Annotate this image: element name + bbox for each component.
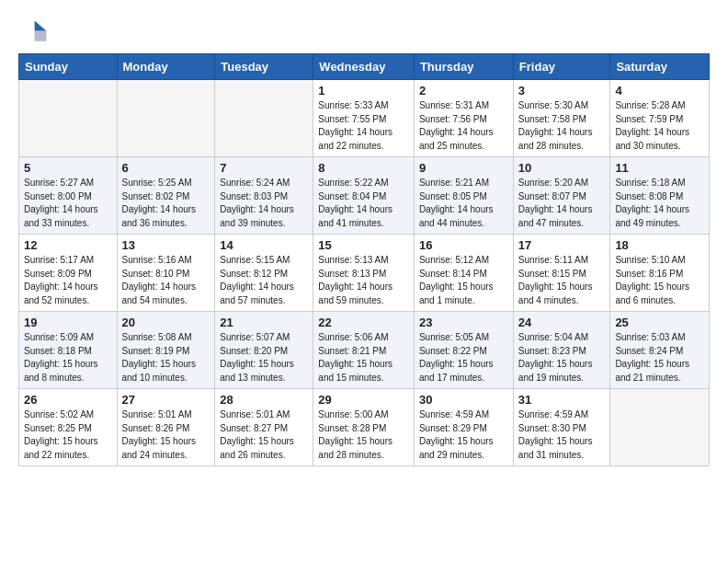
day-number: 6: [122, 161, 210, 175]
day-number: 31: [518, 393, 606, 407]
calendar-cell: 24Sunrise: 5:04 AM Sunset: 8:23 PM Dayli…: [513, 312, 610, 389]
day-info: Sunrise: 5:30 AM Sunset: 7:58 PM Dayligh…: [518, 99, 606, 153]
day-info: Sunrise: 5:25 AM Sunset: 8:02 PM Dayligh…: [122, 177, 210, 230]
calendar-week-1: 5Sunrise: 5:27 AM Sunset: 8:00 PM Daylig…: [19, 157, 710, 235]
day-info: Sunrise: 4:59 AM Sunset: 8:30 PM Dayligh…: [518, 408, 606, 462]
day-info: Sunrise: 5:16 AM Sunset: 8:10 PM Dayligh…: [122, 254, 210, 307]
day-number: 11: [615, 161, 704, 175]
day-info: Sunrise: 5:15 AM Sunset: 8:12 PM Dayligh…: [220, 254, 308, 307]
day-info: Sunrise: 5:13 AM Sunset: 8:13 PM Dayligh…: [318, 254, 409, 307]
day-number: 1: [318, 84, 409, 98]
day-number: 13: [122, 238, 210, 252]
calendar-header-friday: Friday: [513, 54, 610, 80]
calendar-cell: 5Sunrise: 5:27 AM Sunset: 8:00 PM Daylig…: [19, 157, 118, 235]
calendar-cell: 18Sunrise: 5:10 AM Sunset: 8:16 PM Dayli…: [610, 235, 710, 312]
day-number: 21: [220, 316, 308, 329]
day-info: Sunrise: 5:01 AM Sunset: 8:26 PM Dayligh…: [122, 408, 210, 462]
day-info: Sunrise: 5:18 AM Sunset: 8:08 PM Dayligh…: [615, 177, 704, 230]
calendar-cell: 22Sunrise: 5:06 AM Sunset: 8:21 PM Dayli…: [313, 312, 415, 389]
day-info: Sunrise: 5:03 AM Sunset: 8:24 PM Dayligh…: [615, 331, 704, 385]
svg-marker-2: [35, 31, 47, 41]
day-number: 25: [615, 316, 704, 329]
calendar-cell: 29Sunrise: 5:00 AM Sunset: 8:28 PM Dayli…: [313, 389, 415, 466]
calendar-cell: 4Sunrise: 5:28 AM Sunset: 7:59 PM Daylig…: [610, 80, 710, 157]
day-number: 3: [518, 84, 606, 98]
day-number: 28: [220, 393, 308, 407]
calendar-header-row: SundayMondayTuesdayWednesdayThursdayFrid…: [19, 54, 710, 80]
day-number: 26: [24, 393, 112, 407]
day-number: 30: [419, 393, 508, 407]
day-info: Sunrise: 5:08 AM Sunset: 8:19 PM Dayligh…: [122, 331, 210, 385]
day-number: 9: [419, 161, 508, 175]
day-number: 5: [24, 161, 112, 175]
calendar-cell: 12Sunrise: 5:17 AM Sunset: 8:09 PM Dayli…: [19, 235, 118, 312]
day-number: 14: [220, 238, 308, 252]
day-number: 15: [318, 238, 409, 252]
day-number: 10: [518, 161, 606, 175]
calendar-week-3: 19Sunrise: 5:09 AM Sunset: 8:18 PM Dayli…: [19, 312, 710, 389]
day-number: 16: [419, 238, 508, 252]
calendar-cell: 8Sunrise: 5:22 AM Sunset: 8:04 PM Daylig…: [313, 157, 415, 235]
day-info: Sunrise: 5:00 AM Sunset: 8:28 PM Dayligh…: [318, 408, 409, 462]
day-number: 2: [419, 84, 508, 98]
day-info: Sunrise: 5:10 AM Sunset: 8:16 PM Dayligh…: [615, 254, 704, 307]
page: SundayMondayTuesdayWednesdayThursdayFrid…: [0, 0, 728, 481]
day-number: 24: [518, 316, 606, 329]
calendar-header-thursday: Thursday: [414, 54, 513, 80]
day-info: Sunrise: 5:20 AM Sunset: 8:07 PM Dayligh…: [518, 177, 606, 230]
day-info: Sunrise: 5:33 AM Sunset: 7:55 PM Dayligh…: [318, 99, 409, 153]
day-number: 22: [318, 316, 409, 329]
calendar: SundayMondayTuesdayWednesdayThursdayFrid…: [18, 53, 710, 466]
calendar-header-monday: Monday: [117, 54, 215, 80]
calendar-week-0: 1Sunrise: 5:33 AM Sunset: 7:55 PM Daylig…: [19, 80, 710, 157]
day-info: Sunrise: 5:21 AM Sunset: 8:05 PM Dayligh…: [419, 177, 508, 230]
day-number: 23: [419, 316, 508, 329]
calendar-header-tuesday: Tuesday: [215, 54, 313, 80]
calendar-cell: 23Sunrise: 5:05 AM Sunset: 8:22 PM Dayli…: [414, 312, 513, 389]
day-number: 29: [318, 393, 409, 407]
day-number: 27: [122, 393, 210, 407]
calendar-header-saturday: Saturday: [610, 54, 710, 80]
calendar-cell: 3Sunrise: 5:30 AM Sunset: 7:58 PM Daylig…: [513, 80, 610, 157]
calendar-cell: 13Sunrise: 5:16 AM Sunset: 8:10 PM Dayli…: [117, 235, 215, 312]
calendar-cell: 11Sunrise: 5:18 AM Sunset: 8:08 PM Dayli…: [610, 157, 710, 235]
calendar-cell: 2Sunrise: 5:31 AM Sunset: 7:56 PM Daylig…: [414, 80, 513, 157]
calendar-cell: 17Sunrise: 5:11 AM Sunset: 8:15 PM Dayli…: [513, 235, 610, 312]
calendar-cell: 7Sunrise: 5:24 AM Sunset: 8:03 PM Daylig…: [215, 157, 313, 235]
day-info: Sunrise: 5:02 AM Sunset: 8:25 PM Dayligh…: [24, 408, 112, 462]
calendar-cell: 9Sunrise: 5:21 AM Sunset: 8:05 PM Daylig…: [414, 157, 513, 235]
header: [18, 15, 710, 44]
day-info: Sunrise: 5:31 AM Sunset: 7:56 PM Dayligh…: [419, 99, 508, 153]
day-info: Sunrise: 5:28 AM Sunset: 7:59 PM Dayligh…: [615, 99, 704, 153]
calendar-header-sunday: Sunday: [19, 54, 118, 80]
calendar-cell: [215, 80, 313, 157]
day-number: 12: [24, 238, 112, 252]
day-info: Sunrise: 5:09 AM Sunset: 8:18 PM Dayligh…: [24, 331, 112, 385]
calendar-cell: [117, 80, 215, 157]
day-info: Sunrise: 5:22 AM Sunset: 8:04 PM Dayligh…: [318, 177, 409, 230]
logo-icon: [18, 15, 48, 44]
day-info: Sunrise: 5:11 AM Sunset: 8:15 PM Dayligh…: [518, 254, 606, 307]
calendar-cell: 26Sunrise: 5:02 AM Sunset: 8:25 PM Dayli…: [19, 389, 118, 466]
logo: [18, 15, 51, 44]
day-info: Sunrise: 5:17 AM Sunset: 8:09 PM Dayligh…: [24, 254, 112, 307]
day-number: 7: [220, 161, 308, 175]
calendar-header-wednesday: Wednesday: [313, 54, 415, 80]
calendar-week-4: 26Sunrise: 5:02 AM Sunset: 8:25 PM Dayli…: [19, 389, 710, 466]
calendar-cell: [610, 389, 710, 466]
calendar-cell: 25Sunrise: 5:03 AM Sunset: 8:24 PM Dayli…: [610, 312, 710, 389]
calendar-cell: 6Sunrise: 5:25 AM Sunset: 8:02 PM Daylig…: [117, 157, 215, 235]
day-number: 17: [518, 238, 606, 252]
day-number: 4: [615, 84, 704, 98]
calendar-cell: [19, 80, 118, 157]
day-info: Sunrise: 5:27 AM Sunset: 8:00 PM Dayligh…: [24, 177, 112, 230]
day-number: 19: [24, 316, 112, 329]
day-info: Sunrise: 5:01 AM Sunset: 8:27 PM Dayligh…: [220, 408, 308, 462]
calendar-week-2: 12Sunrise: 5:17 AM Sunset: 8:09 PM Dayli…: [19, 235, 710, 312]
calendar-cell: 14Sunrise: 5:15 AM Sunset: 8:12 PM Dayli…: [215, 235, 313, 312]
calendar-cell: 10Sunrise: 5:20 AM Sunset: 8:07 PM Dayli…: [513, 157, 610, 235]
calendar-cell: 21Sunrise: 5:07 AM Sunset: 8:20 PM Dayli…: [215, 312, 313, 389]
calendar-cell: 28Sunrise: 5:01 AM Sunset: 8:27 PM Dayli…: [215, 389, 313, 466]
calendar-cell: 1Sunrise: 5:33 AM Sunset: 7:55 PM Daylig…: [313, 80, 415, 157]
day-info: Sunrise: 5:04 AM Sunset: 8:23 PM Dayligh…: [518, 331, 606, 385]
